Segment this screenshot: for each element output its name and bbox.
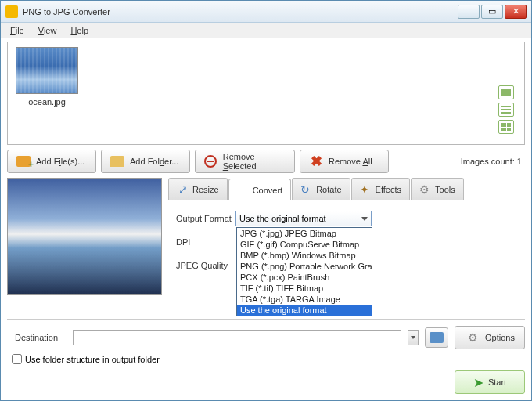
folder-icon [110, 156, 124, 167]
app-window: PNG to JPG Converter — ▭ ✕ File View Hel… [0, 0, 532, 401]
dpi-label: DPI [176, 237, 235, 247]
thumbnail-view-icon [501, 89, 511, 96]
view-grid-button[interactable] [498, 120, 514, 134]
effects-icon: ✦ [360, 183, 372, 196]
rotate-icon: ↻ [300, 183, 313, 196]
minimize-button[interactable]: — [458, 5, 480, 19]
dropdown-option[interactable]: BMP (*.bmp) Windows Bitmap [237, 250, 372, 261]
dropdown-option-selected[interactable]: Use the original format [237, 305, 372, 316]
add-files-button[interactable]: Add File(s)... [7, 150, 96, 173]
gear-icon: ⚙ [465, 331, 480, 345]
play-icon: ➤ [473, 375, 483, 390]
thumbnail-image [16, 47, 78, 94]
tab-tools[interactable]: ⚙Tools [411, 178, 464, 200]
menu-view[interactable]: View [32, 24, 63, 37]
folder-structure-row: Use folder structure in output folder [7, 354, 525, 364]
tab-resize[interactable]: ⤢Resize [168, 178, 228, 200]
options-button[interactable]: ⚙Options [455, 326, 525, 349]
dropdown-option[interactable]: PNG (*.png) Portable Network Graphics [237, 261, 372, 272]
remove-all-icon: ✖ [308, 154, 324, 168]
preview-image [7, 178, 162, 295]
output-format-label: Output Format [176, 214, 235, 223]
maximize-button[interactable]: ▭ [481, 5, 503, 19]
tab-convert[interactable]: Convert [228, 179, 292, 200]
view-mode-buttons [498, 85, 514, 134]
tools-icon: ⚙ [419, 183, 432, 196]
folder-open-icon [430, 332, 444, 343]
dropdown-option[interactable]: PCX (*.pcx) PaintBrush [237, 272, 372, 283]
thumbnail-label: ocean.jpg [13, 97, 81, 107]
images-count-label: Images count: 1 [461, 157, 525, 166]
dropdown-option[interactable]: GIF (*.gif) CompuServe Bitmap [237, 239, 372, 250]
destination-history-button[interactable] [408, 330, 419, 345]
dropdown-option[interactable]: JPG (*.jpg) JPEG Bitmap [237, 228, 372, 239]
remove-all-button[interactable]: ✖ Remove All [300, 150, 389, 173]
output-format-combo[interactable]: Use the original format JPG (*.jpg) JPEG… [235, 211, 372, 226]
mid-row: ⤢Resize Convert ↻Rotate ✦Effects ⚙Tools … [7, 178, 525, 314]
folder-structure-label: Use folder structure in output folder [25, 355, 160, 364]
menu-help[interactable]: Help [64, 24, 95, 37]
chevron-down-icon [361, 217, 368, 221]
tab-rotate[interactable]: ↻Rotate [292, 178, 350, 200]
dropdown-option[interactable]: TGA (*.tga) TARGA Image [237, 294, 372, 305]
tab-effects[interactable]: ✦Effects [351, 178, 410, 200]
dropdown-option[interactable]: TIF (*.tif) TIFF Bitmap [237, 283, 372, 294]
menubar: File View Help [1, 23, 531, 38]
thumbnail-area[interactable]: ocean.jpg [7, 42, 525, 145]
resize-icon: ⤢ [177, 183, 189, 196]
browse-button[interactable] [425, 327, 448, 348]
tabs: ⤢Resize Convert ↻Rotate ✦Effects ⚙Tools [168, 178, 525, 200]
start-button[interactable]: ➤Start [455, 370, 525, 394]
combo-value: Use the original format [239, 214, 326, 223]
chevron-down-icon [411, 336, 415, 339]
window-title: PNG to JPG Converter [23, 7, 458, 16]
view-thumbnails-button[interactable] [498, 85, 514, 99]
tab-body: Output Format Use the original format JP… [168, 200, 525, 314]
view-list-button[interactable] [498, 103, 514, 117]
add-file-icon [16, 156, 31, 167]
thumbnail-item[interactable]: ocean.jpg [13, 47, 81, 139]
destination-row: Destination ⚙Options [7, 326, 525, 349]
tab-panel: ⤢Resize Convert ↻Rotate ✦Effects ⚙Tools … [168, 178, 525, 314]
list-view-icon [501, 106, 511, 114]
output-format-dropdown: JPG (*.jpg) JPEG Bitmap GIF (*.gif) Comp… [236, 227, 372, 316]
menu-file[interactable]: File [4, 24, 31, 37]
jpeg-quality-label: JPEG Quality [176, 261, 235, 270]
close-button[interactable]: ✕ [505, 5, 527, 19]
app-icon [5, 5, 18, 18]
destination-input[interactable] [73, 330, 401, 345]
grid-view-icon [501, 123, 511, 131]
destination-label: Destination [7, 333, 66, 342]
bottom-panel: Destination ⚙Options Use folder structur… [7, 319, 525, 394]
add-folder-button[interactable]: Add Folder... [101, 150, 190, 173]
window-controls: — ▭ ✕ [458, 5, 527, 19]
remove-icon [204, 155, 217, 168]
titlebar: PNG to JPG Converter — ▭ ✕ [1, 1, 531, 23]
content: ocean.jpg Add File(s)... Add Folder... R… [1, 38, 531, 400]
remove-selected-button[interactable]: Remove Selected [195, 150, 295, 173]
folder-structure-checkbox[interactable] [12, 354, 22, 364]
toolbar: Add File(s)... Add Folder... Remove Sele… [7, 150, 525, 173]
